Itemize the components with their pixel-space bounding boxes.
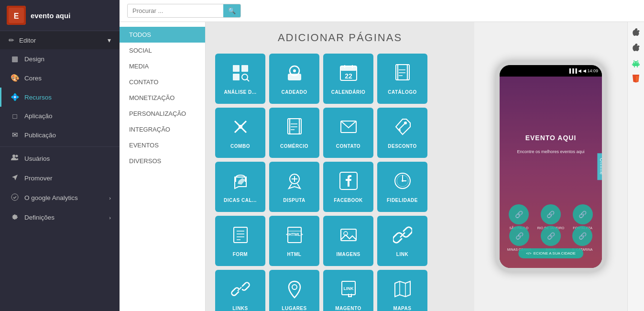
phone-btn-ba: 🔗 — [541, 226, 561, 246]
sidebar-item-publicacao[interactable]: ✉ Publicação — [0, 125, 120, 144]
sidebar-item-design[interactable]: ▦ Design — [0, 49, 120, 68]
svg-rect-45 — [234, 227, 247, 243]
contato-icon — [339, 117, 358, 141]
phone-frame: ▐▐▐ ◀ ◀ 14:09 EVENTO AQUI Encontre os me… — [496, 61, 606, 272]
nav-item-media[interactable]: MEDIA — [120, 58, 205, 74]
promover-icon — [10, 174, 20, 183]
phone-btn-mg: 🔗 — [509, 226, 529, 246]
sidebar-item-label: Usuários — [24, 155, 50, 162]
card-label-dicas: DICAS CAL... — [224, 198, 257, 203]
sidebar-item-cores[interactable]: 🎨 Cores — [0, 68, 120, 88]
sidebar-item-label: Cores — [24, 75, 42, 82]
phone-screen: EVENTO AQUI Encontre os melhores eventos… — [500, 77, 602, 268]
page-card-facebook[interactable]: FACEBOOK — [323, 162, 373, 212]
page-card-combo[interactable]: COMBO — [215, 108, 265, 158]
page-card-cadeado[interactable]: CADEADO — [269, 54, 319, 104]
page-card-html[interactable]: <HTML> HTML — [269, 216, 319, 266]
editor-chevron: ▾ — [108, 36, 111, 44]
svg-point-5 — [11, 194, 18, 200]
nav-item-contato[interactable]: CONTATO — [120, 74, 205, 90]
card-label-combo: COMBO — [230, 144, 250, 149]
svg-point-44 — [402, 180, 404, 182]
svg-rect-13 — [288, 74, 301, 80]
page-card-contato[interactable]: CONTATO — [323, 108, 373, 158]
android-icon[interactable] — [630, 57, 642, 69]
ga-chevron: › — [109, 195, 111, 201]
combo-icon — [231, 117, 250, 141]
desconto-icon — [393, 117, 412, 141]
search-input[interactable] — [128, 5, 223, 17]
phone-status: ▐▐▐ ◀ ◀ 14:09 — [568, 68, 598, 73]
recursos-icon: 💠 — [10, 93, 20, 101]
sidebar-section2: Usuários Promover O google Analytics › D… — [0, 149, 120, 227]
sidebar-item-google-analytics[interactable]: O google Analytics › — [0, 188, 120, 208]
fidelidade-icon — [393, 171, 412, 195]
sidebar-item-label: O google Analytics — [24, 194, 78, 201]
svg-rect-15 — [340, 66, 357, 71]
svg-text:E: E — [14, 12, 19, 20]
editor-label: Editor — [19, 37, 36, 44]
def-chevron: › — [109, 215, 111, 221]
page-card-analise[interactable]: ANÁLISE D... — [215, 54, 265, 104]
sidebar-item-label: Definições — [24, 214, 55, 221]
svg-point-3 — [12, 155, 15, 157]
page-card-comercio[interactable]: COMÉRCIO — [269, 108, 319, 158]
nav-item-eventos[interactable]: EVENTOS — [120, 137, 205, 153]
page-card-link[interactable]: LINK — [377, 216, 427, 266]
page-card-magento[interactable]: LINK MAGENTO — [323, 270, 373, 311]
page-card-fidelidade[interactable]: FIDELIDADE — [377, 162, 427, 212]
page-card-lugares[interactable]: LUGARES — [269, 270, 319, 311]
svg-rect-69 — [634, 66, 635, 67]
nav-item-monetizacao[interactable]: MONETIZAÇÃO — [120, 90, 205, 106]
svg-text:22: 22 — [345, 72, 352, 80]
sidebar-item-usuarios[interactable]: Usuários — [0, 149, 120, 168]
cores-icon: 🎨 — [10, 74, 20, 82]
main-area: 🔍 TODOS SOCIAL MEDIA CONTATO MONETIZAÇÃO… — [120, 0, 644, 311]
dicas-icon — [231, 171, 250, 195]
search-button[interactable]: 🔍 — [223, 4, 240, 17]
svg-point-76 — [637, 62, 638, 63]
phone-preview: ▐▐▐ ◀ ◀ 14:09 EVENTO AQUI Encontre os me… — [474, 22, 627, 311]
catalogo-icon — [393, 63, 412, 87]
sidebar-editor-header[interactable]: ✏ Editor ▾ — [0, 31, 120, 49]
sidebar-header: E evento aqui — [0, 0, 120, 31]
card-label-comercio: COMÉRCIO — [280, 144, 308, 149]
apple-icon[interactable] — [630, 27, 642, 38]
page-card-form[interactable]: FORM — [215, 216, 265, 266]
pages-grid: ANÁLISE D... CADEADO — [215, 54, 465, 311]
sidebar-item-definicoes[interactable]: Definições › — [0, 208, 120, 227]
card-label-analise: ANÁLISE D... — [224, 89, 256, 95]
card-label-links: LINKS — [232, 306, 248, 311]
sidebar-item-promover[interactable]: Promover — [0, 168, 120, 188]
card-label-fidelidade: FIDELIDADE — [387, 198, 418, 203]
page-card-links[interactable]: LINKS — [215, 270, 265, 311]
page-card-desconto[interactable]: DESCONTO — [377, 108, 427, 158]
svg-rect-72 — [639, 64, 640, 66]
form-icon — [231, 225, 250, 249]
svg-text:LINK: LINK — [343, 286, 353, 291]
html5-icon[interactable] — [630, 73, 642, 84]
nav-item-diversos[interactable]: DIVERSOS — [120, 153, 205, 169]
svg-point-57 — [292, 285, 297, 289]
links-icon — [231, 279, 250, 303]
page-card-disputa[interactable]: DISPUTA — [269, 162, 319, 212]
nav-item-social[interactable]: SOCIAL — [120, 43, 205, 58]
sidebar-item-label: Design — [24, 56, 44, 63]
sidebar-item-aplicacao[interactable]: □ Aplicação — [0, 107, 120, 125]
svg-rect-71 — [632, 64, 633, 66]
page-card-mapas[interactable]: MAPAS — [377, 270, 427, 311]
sidebar-item-recursos[interactable]: 💠 Recursos — [0, 88, 120, 107]
editor-icon: ✏ — [9, 36, 14, 44]
page-card-dicas[interactable]: DICAS CAL... — [215, 162, 265, 212]
nav-item-integracao[interactable]: INTEGRAÇÃO — [120, 122, 205, 137]
nav-item-personalizacao[interactable]: PERSONALIZAÇÃO — [120, 106, 205, 122]
apple2-icon[interactable] — [630, 42, 642, 54]
nav-item-todos[interactable]: TODOS — [120, 27, 205, 43]
calendario-icon: 22 — [339, 63, 358, 87]
svg-point-4 — [16, 155, 18, 157]
page-card-catalogo[interactable]: CATÁLOGO — [377, 54, 427, 104]
page-card-calendario[interactable]: 22 CALENDÁRIO — [323, 54, 373, 104]
page-card-imagens[interactable]: IMAGENS — [323, 216, 373, 266]
phone-btn-fo: 🔗 — [573, 204, 593, 224]
svg-rect-70 — [637, 66, 638, 67]
